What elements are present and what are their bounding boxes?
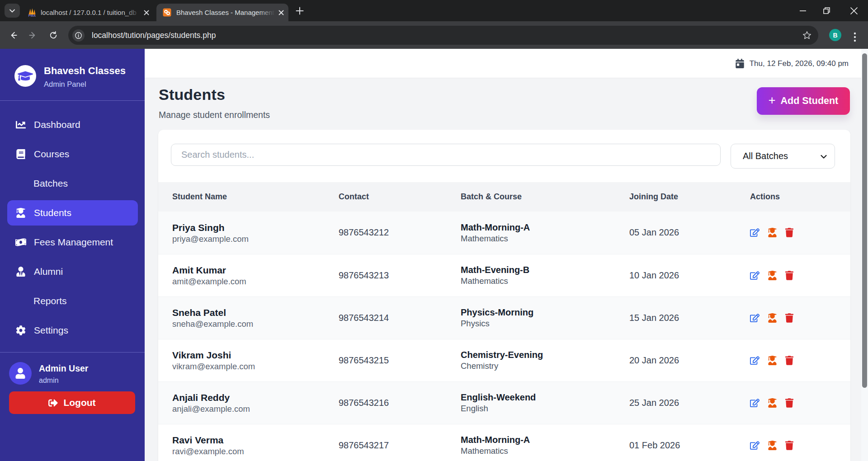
svg-text:PMA: PMA: [28, 14, 36, 17]
